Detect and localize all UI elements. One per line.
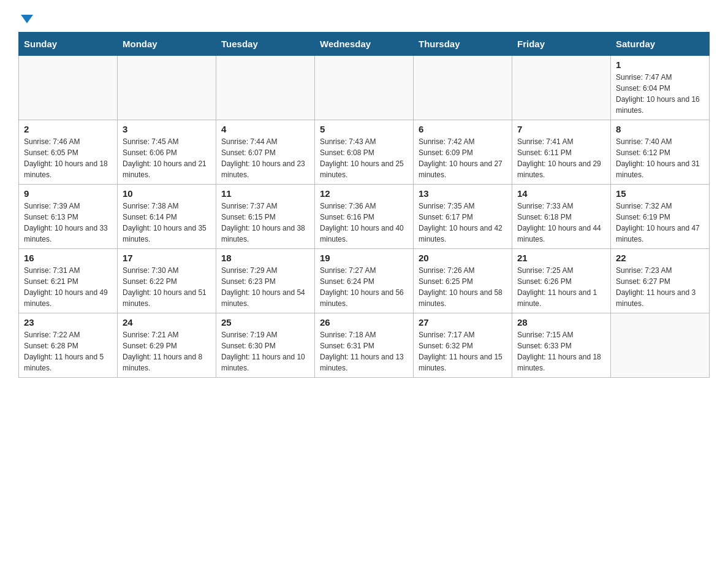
day-info: Sunrise: 7:42 AM Sunset: 6:09 PM Dayligh…: [419, 136, 507, 180]
day-info: Sunrise: 7:38 AM Sunset: 6:14 PM Dayligh…: [123, 201, 211, 245]
calendar-cell: 8Sunrise: 7:40 AM Sunset: 6:12 PM Daylig…: [611, 120, 710, 185]
calendar-cell: [611, 313, 710, 378]
day-info: Sunrise: 7:26 AM Sunset: 6:25 PM Dayligh…: [419, 265, 507, 309]
day-number: 25: [221, 317, 309, 327]
calendar-week-3: 9Sunrise: 7:39 AM Sunset: 6:13 PM Daylig…: [19, 185, 710, 249]
day-number: 11: [221, 188, 309, 199]
calendar-cell: 3Sunrise: 7:45 AM Sunset: 6:06 PM Daylig…: [118, 120, 216, 185]
calendar-cell: 17Sunrise: 7:30 AM Sunset: 6:22 PM Dayli…: [118, 249, 216, 313]
calendar-header-row: SundayMondayTuesdayWednesdayThursdayFrid…: [19, 33, 710, 56]
logo-arrow-icon: [21, 15, 33, 23]
calendar-cell: 20Sunrise: 7:26 AM Sunset: 6:25 PM Dayli…: [414, 249, 512, 313]
day-info: Sunrise: 7:43 AM Sunset: 6:08 PM Dayligh…: [320, 136, 408, 180]
day-info: Sunrise: 7:47 AM Sunset: 6:04 PM Dayligh…: [616, 72, 704, 116]
calendar-cell: 15Sunrise: 7:32 AM Sunset: 6:19 PM Dayli…: [611, 185, 710, 249]
day-number: 21: [517, 253, 605, 263]
calendar-cell: 26Sunrise: 7:18 AM Sunset: 6:31 PM Dayli…: [315, 313, 414, 378]
calendar-cell: 7Sunrise: 7:41 AM Sunset: 6:11 PM Daylig…: [512, 120, 611, 185]
calendar-cell: 19Sunrise: 7:27 AM Sunset: 6:24 PM Dayli…: [315, 249, 414, 313]
day-info: Sunrise: 7:18 AM Sunset: 6:31 PM Dayligh…: [320, 329, 408, 373]
calendar-cell: 24Sunrise: 7:21 AM Sunset: 6:29 PM Dayli…: [118, 313, 216, 378]
day-info: Sunrise: 7:45 AM Sunset: 6:06 PM Dayligh…: [123, 136, 211, 180]
day-info: Sunrise: 7:44 AM Sunset: 6:07 PM Dayligh…: [221, 136, 309, 180]
day-info: Sunrise: 7:29 AM Sunset: 6:23 PM Dayligh…: [221, 265, 309, 309]
day-number: 2: [24, 124, 112, 134]
day-of-week-monday: Monday: [118, 33, 216, 56]
day-info: Sunrise: 7:40 AM Sunset: 6:12 PM Dayligh…: [616, 136, 704, 180]
calendar-cell: 22Sunrise: 7:23 AM Sunset: 6:27 PM Dayli…: [611, 249, 710, 313]
calendar-cell: 25Sunrise: 7:19 AM Sunset: 6:30 PM Dayli…: [216, 313, 315, 378]
calendar-cell: 28Sunrise: 7:15 AM Sunset: 6:33 PM Dayli…: [512, 313, 611, 378]
day-number: 1: [616, 59, 704, 70]
calendar-week-4: 16Sunrise: 7:31 AM Sunset: 6:21 PM Dayli…: [19, 249, 710, 313]
calendar-cell: [118, 56, 216, 120]
calendar-cell: 13Sunrise: 7:35 AM Sunset: 6:17 PM Dayli…: [414, 185, 512, 249]
calendar-cell: [216, 56, 315, 120]
calendar-week-5: 23Sunrise: 7:22 AM Sunset: 6:28 PM Dayli…: [19, 313, 710, 378]
day-info: Sunrise: 7:22 AM Sunset: 6:28 PM Dayligh…: [24, 329, 112, 373]
day-of-week-thursday: Thursday: [414, 33, 512, 56]
calendar-cell: [512, 56, 611, 120]
day-info: Sunrise: 7:30 AM Sunset: 6:22 PM Dayligh…: [123, 265, 211, 309]
day-info: Sunrise: 7:41 AM Sunset: 6:11 PM Dayligh…: [517, 136, 605, 180]
calendar-table: SundayMondayTuesdayWednesdayThursdayFrid…: [18, 32, 710, 378]
calendar-cell: 2Sunrise: 7:46 AM Sunset: 6:05 PM Daylig…: [19, 120, 118, 185]
logo: [18, 12, 33, 22]
day-info: Sunrise: 7:23 AM Sunset: 6:27 PM Dayligh…: [616, 265, 704, 309]
day-number: 15: [616, 188, 704, 199]
day-info: Sunrise: 7:46 AM Sunset: 6:05 PM Dayligh…: [24, 136, 112, 180]
day-of-week-tuesday: Tuesday: [216, 33, 315, 56]
day-info: Sunrise: 7:32 AM Sunset: 6:19 PM Dayligh…: [616, 201, 704, 245]
day-number: 20: [419, 253, 507, 263]
calendar-cell: 16Sunrise: 7:31 AM Sunset: 6:21 PM Dayli…: [19, 249, 118, 313]
day-info: Sunrise: 7:35 AM Sunset: 6:17 PM Dayligh…: [419, 201, 507, 245]
calendar-cell: 14Sunrise: 7:33 AM Sunset: 6:18 PM Dayli…: [512, 185, 611, 249]
calendar-cell: 5Sunrise: 7:43 AM Sunset: 6:08 PM Daylig…: [315, 120, 414, 185]
day-info: Sunrise: 7:21 AM Sunset: 6:29 PM Dayligh…: [123, 329, 211, 373]
calendar-cell: 12Sunrise: 7:36 AM Sunset: 6:16 PM Dayli…: [315, 185, 414, 249]
day-info: Sunrise: 7:15 AM Sunset: 6:33 PM Dayligh…: [517, 329, 605, 373]
calendar-cell: 27Sunrise: 7:17 AM Sunset: 6:32 PM Dayli…: [414, 313, 512, 378]
calendar-cell: 9Sunrise: 7:39 AM Sunset: 6:13 PM Daylig…: [19, 185, 118, 249]
day-number: 10: [123, 188, 211, 199]
calendar-cell: [414, 56, 512, 120]
day-number: 14: [517, 188, 605, 199]
day-info: Sunrise: 7:36 AM Sunset: 6:16 PM Dayligh…: [320, 201, 408, 245]
page-header: [18, 12, 710, 22]
calendar-cell: 4Sunrise: 7:44 AM Sunset: 6:07 PM Daylig…: [216, 120, 315, 185]
calendar-cell: [315, 56, 414, 120]
day-number: 12: [320, 188, 408, 199]
day-info: Sunrise: 7:19 AM Sunset: 6:30 PM Dayligh…: [221, 329, 309, 373]
calendar-cell: 1Sunrise: 7:47 AM Sunset: 6:04 PM Daylig…: [611, 56, 710, 120]
calendar-cell: 6Sunrise: 7:42 AM Sunset: 6:09 PM Daylig…: [414, 120, 512, 185]
day-of-week-saturday: Saturday: [611, 33, 710, 56]
day-info: Sunrise: 7:31 AM Sunset: 6:21 PM Dayligh…: [24, 265, 112, 309]
day-number: 4: [221, 124, 309, 134]
day-number: 8: [616, 124, 704, 134]
calendar-week-1: 1Sunrise: 7:47 AM Sunset: 6:04 PM Daylig…: [19, 56, 710, 120]
day-number: 3: [123, 124, 211, 134]
day-number: 28: [517, 317, 605, 327]
day-number: 5: [320, 124, 408, 134]
day-number: 9: [24, 188, 112, 199]
day-info: Sunrise: 7:37 AM Sunset: 6:15 PM Dayligh…: [221, 201, 309, 245]
day-info: Sunrise: 7:17 AM Sunset: 6:32 PM Dayligh…: [419, 329, 507, 373]
calendar-cell: 21Sunrise: 7:25 AM Sunset: 6:26 PM Dayli…: [512, 249, 611, 313]
calendar-cell: [19, 56, 118, 120]
day-info: Sunrise: 7:39 AM Sunset: 6:13 PM Dayligh…: [24, 201, 112, 245]
day-info: Sunrise: 7:33 AM Sunset: 6:18 PM Dayligh…: [517, 201, 605, 245]
calendar-week-2: 2Sunrise: 7:46 AM Sunset: 6:05 PM Daylig…: [19, 120, 710, 185]
day-number: 13: [419, 188, 507, 199]
day-number: 17: [123, 253, 211, 263]
calendar-cell: 11Sunrise: 7:37 AM Sunset: 6:15 PM Dayli…: [216, 185, 315, 249]
calendar-cell: 23Sunrise: 7:22 AM Sunset: 6:28 PM Dayli…: [19, 313, 118, 378]
day-info: Sunrise: 7:25 AM Sunset: 6:26 PM Dayligh…: [517, 265, 605, 309]
day-number: 16: [24, 253, 112, 263]
day-of-week-friday: Friday: [512, 33, 611, 56]
calendar-cell: 18Sunrise: 7:29 AM Sunset: 6:23 PM Dayli…: [216, 249, 315, 313]
day-number: 26: [320, 317, 408, 327]
day-number: 18: [221, 253, 309, 263]
day-number: 23: [24, 317, 112, 327]
day-number: 19: [320, 253, 408, 263]
calendar-cell: 10Sunrise: 7:38 AM Sunset: 6:14 PM Dayli…: [118, 185, 216, 249]
